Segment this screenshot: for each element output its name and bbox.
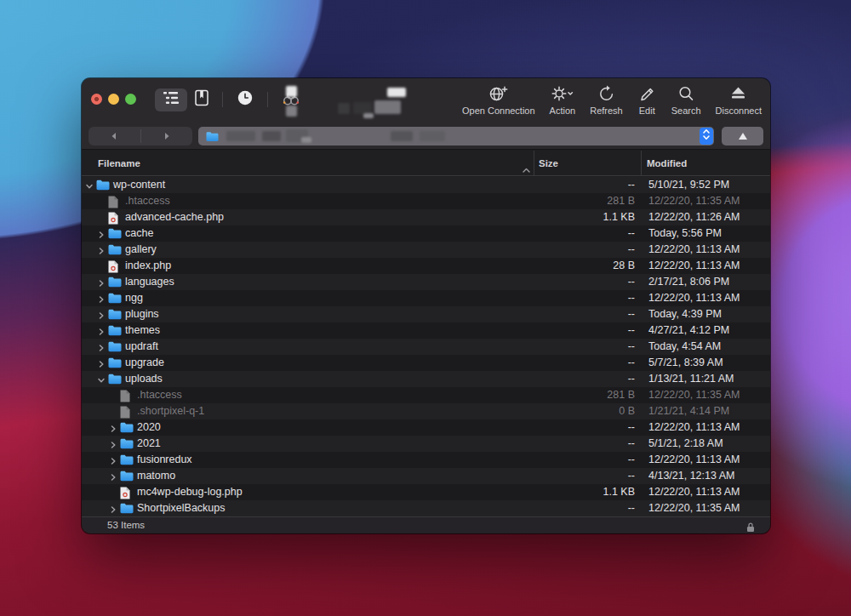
history-clock-icon: [237, 89, 254, 110]
table-row[interactable]: themes--4/27/21, 4:12 PM: [82, 322, 770, 339]
file-modified-date: 4/27/21, 4:12 PM: [648, 322, 729, 339]
column-divider[interactable]: [641, 151, 642, 175]
file-modified-date: 12/22/20, 11:35 AM: [648, 387, 740, 403]
search-button[interactable]: Search: [671, 84, 701, 116]
table-row[interactable]: .htaccess281 B12/22/20, 11:35 AM: [82, 193, 770, 209]
upload-button[interactable]: [722, 127, 763, 145]
column-header-filename[interactable]: Filename: [98, 151, 140, 175]
sort-ascending-icon: [523, 161, 530, 176]
file-size: 28 B: [82, 258, 635, 274]
path-popup-menu[interactable]: [198, 127, 714, 145]
table-row[interactable]: uploads--1/13/21, 11:21 AM: [82, 371, 770, 387]
file-size: --: [82, 225, 635, 242]
file-size: --: [82, 468, 635, 484]
table-row[interactable]: mc4wp-debug-log.php1.1 KB12/22/20, 11:13…: [82, 484, 770, 500]
file-modified-date: 4/13/21, 12:13 AM: [648, 468, 734, 484]
redacted-path-segment: [391, 131, 413, 141]
file-modified-date: 12/22/20, 11:13 AM: [648, 242, 740, 258]
redacted-server-name: [374, 100, 401, 114]
edit-button[interactable]: Edit: [637, 84, 657, 116]
up-down-chevrons-icon: [702, 128, 711, 144]
file-modified-date: Today, 4:54 AM: [648, 339, 721, 355]
forward-button[interactable]: [141, 127, 193, 145]
file-size: --: [82, 242, 635, 258]
table-row[interactable]: ngg--12/22/20, 11:13 AM: [82, 290, 770, 306]
file-size: --: [82, 274, 635, 290]
table-row[interactable]: cache--Today, 5:56 PM: [82, 225, 770, 242]
redacted-tab-icon: [286, 106, 297, 117]
window-toolbar: Open Connection Action Refresh Edit: [82, 78, 770, 124]
file-size: 281 B: [82, 387, 635, 403]
file-modified-date: 12/22/20, 11:26 AM: [648, 209, 740, 225]
table-row[interactable]: .shortpixel-q-10 B1/21/21, 4:14 PM: [82, 403, 770, 419]
toolbar-button-label: Action: [550, 106, 576, 116]
file-modified-date: 5/7/21, 8:39 AM: [648, 355, 723, 371]
table-row[interactable]: index.php28 B12/22/20, 11:13 AM: [82, 258, 770, 274]
file-size: --: [82, 452, 635, 468]
table-row[interactable]: 2020--12/22/20, 11:13 AM: [82, 419, 770, 436]
open-connection-button[interactable]: Open Connection: [462, 84, 535, 116]
magnifier-icon: [677, 84, 696, 104]
table-row[interactable]: matomo--4/13/21, 12:13 AM: [82, 468, 770, 484]
path-bar: [82, 124, 770, 150]
table-row[interactable]: ShortpixelBackups--12/22/20, 11:35 AM: [82, 500, 770, 516]
history-button[interactable]: [229, 88, 261, 111]
redacted-tab-icon: [286, 86, 297, 97]
redacted-label: [387, 88, 406, 97]
action-button[interactable]: Action: [550, 84, 576, 116]
file-size: 281 B: [82, 193, 635, 209]
zoom-button[interactable]: [125, 94, 136, 105]
redacted-path-segment: [262, 131, 281, 141]
table-row[interactable]: languages--2/17/21, 8:06 PM: [82, 274, 770, 290]
column-divider[interactable]: [534, 151, 534, 175]
column-header-size[interactable]: Size: [539, 151, 558, 175]
toolbar-buttons: Open Connection Action Refresh Edit: [462, 84, 762, 116]
table-row[interactable]: updraft--Today, 4:54 AM: [82, 339, 770, 355]
table-row[interactable]: plugins--Today, 4:39 PM: [82, 306, 770, 322]
table-row[interactable]: .htaccess281 B12/22/20, 11:35 AM: [82, 387, 770, 403]
file-modified-date: Today, 4:39 PM: [648, 306, 722, 322]
table-row[interactable]: 2021--5/1/21, 2:18 AM: [82, 436, 770, 452]
toolbar-button-label: Refresh: [590, 106, 623, 116]
disconnect-button[interactable]: Disconnect: [716, 84, 762, 116]
toolbar-button-label: Edit: [639, 106, 655, 116]
redacted-path-segment: [226, 131, 255, 141]
file-size: --: [82, 371, 635, 387]
file-modified-date: 12/22/20, 11:13 AM: [648, 419, 740, 436]
redacted-server-name: [338, 103, 350, 114]
path-stepper-control[interactable]: [700, 128, 713, 145]
refresh-button[interactable]: Refresh: [590, 84, 623, 116]
toolbar-button-label: Search: [671, 106, 701, 116]
file-size: 0 B: [82, 403, 635, 419]
file-rows: wp-content--5/10/21, 9:52 PM.htaccess281…: [82, 177, 770, 516]
redacted-server-name: [353, 102, 372, 114]
file-size: --: [82, 500, 635, 516]
column-header-modified[interactable]: Modified: [647, 151, 687, 175]
table-row[interactable]: wp-content--5/10/21, 9:52 PM: [82, 177, 770, 193]
file-size: --: [82, 322, 635, 339]
file-size: --: [82, 290, 635, 306]
toolbar-separator: [267, 92, 268, 107]
back-button[interactable]: [89, 127, 140, 145]
redacted-server-name: [363, 113, 374, 118]
table-row[interactable]: fusionredux--12/22/20, 11:13 AM: [82, 452, 770, 468]
minimize-button[interactable]: [108, 94, 119, 105]
file-modified-date: 5/1/21, 2:18 AM: [648, 436, 723, 452]
gear-chevron-icon: [551, 84, 574, 104]
file-modified-date: 12/22/20, 11:13 AM: [648, 258, 740, 274]
ftp-client-window: Open Connection Action Refresh Edit: [82, 78, 770, 533]
view-switcher: [155, 88, 308, 111]
redacted-path-segment: [420, 131, 445, 141]
file-modified-date: 1/21/21, 4:14 PM: [648, 403, 729, 419]
outline-view-button[interactable]: [155, 88, 187, 111]
table-row[interactable]: gallery--12/22/20, 11:13 AM: [82, 242, 770, 258]
table-row[interactable]: upgrade--5/7/21, 8:39 AM: [82, 355, 770, 371]
bookmarks-button[interactable]: [187, 88, 216, 111]
file-size: 1.1 KB: [82, 209, 635, 225]
table-row[interactable]: advanced-cache.php1.1 KB12/22/20, 11:26 …: [82, 209, 770, 225]
file-list-header: Filename Size Modified: [82, 151, 770, 176]
close-button[interactable]: [91, 94, 102, 105]
pencil-icon: [637, 84, 657, 104]
redacted-path-segment: [301, 137, 311, 143]
file-modified-date: 12/22/20, 11:35 AM: [648, 500, 740, 516]
